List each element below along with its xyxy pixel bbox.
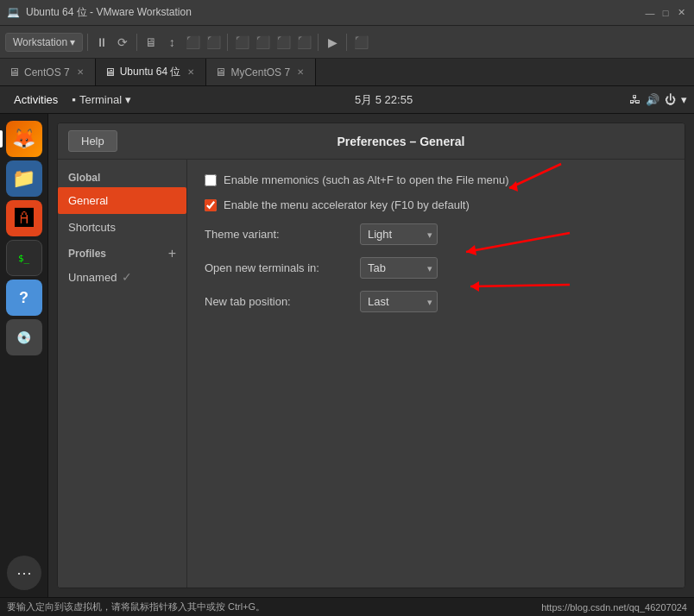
tab-centos7-label: CentOS 7 bbox=[24, 66, 70, 79]
minimize-button[interactable]: — bbox=[644, 7, 656, 19]
dock: 🦊 📁 🅰 $_ ? 💿 ⋯ bbox=[0, 114, 48, 597]
workstation-label: Workstation bbox=[13, 36, 67, 48]
volume-icon[interactable]: 🔊 bbox=[646, 93, 659, 106]
toolbar-separator-3 bbox=[227, 34, 228, 51]
terminal-label: Terminal bbox=[79, 93, 122, 106]
checkbox-mnemonics-label: Enable mnemonics (such as Alt+F to open … bbox=[224, 173, 509, 186]
profiles-section-header: Profiles + bbox=[58, 241, 186, 265]
tab-bar: 🖥 CentOS 7 ✕ 🖥 Ubuntu 64 位 ✕ 🖥 MyCentOS … bbox=[0, 59, 694, 86]
preferences-window: Help Preferences – General Global Genera… bbox=[57, 123, 685, 588]
open-terminals-select-wrapper: Tab Window bbox=[360, 257, 438, 279]
network-icon[interactable]: 🖧 bbox=[629, 93, 640, 106]
dock-item-help[interactable]: ? bbox=[6, 280, 42, 316]
tab-centos7-close[interactable]: ✕ bbox=[74, 66, 86, 79]
new-tab-position-label: New tab position: bbox=[205, 295, 360, 308]
vmware-toolbar: Workstation ▾ ⏸ ⟳ 🖥 ↕ ⬛ ⬛ ⬛ ⬛ ⬛ ⬛ ▶ ⬛ bbox=[0, 26, 694, 59]
terminal-dropdown-arrow: ▾ bbox=[125, 93, 131, 106]
preferences-sidebar: Global General Shortcuts Profiles + Unna… bbox=[58, 160, 187, 588]
tab-ubuntu64[interactable]: 🖥 Ubuntu 64 位 ✕ bbox=[96, 59, 207, 85]
ubuntu-area: Activities ▪ Terminal ▾ 5月 5 22:55 🖧 🔊 ⏻… bbox=[0, 86, 694, 597]
theme-variant-select[interactable]: Light Dark System bbox=[360, 223, 438, 245]
profiles-add-button[interactable]: + bbox=[168, 246, 176, 261]
open-terminals-row: Open new terminals in: Tab Window bbox=[205, 257, 667, 279]
toolbar-icon-6[interactable]: ⬛ bbox=[232, 33, 251, 52]
nav-item-shortcuts[interactable]: Shortcuts bbox=[58, 214, 186, 241]
preferences-title: Preferences – General bbox=[128, 135, 674, 148]
tab-ubuntu64-close[interactable]: ✕ bbox=[185, 66, 197, 79]
dock-apps-button[interactable]: ⋯ bbox=[7, 556, 41, 590]
window-title: Ubuntu 64 位 - VMware Workstation bbox=[26, 5, 644, 20]
profile-item-unnamed[interactable]: Unnamed ✓ bbox=[58, 265, 186, 289]
toolbar-icon-5[interactable]: ⬛ bbox=[204, 33, 223, 52]
topbar-dropdown-arrow[interactable]: ▾ bbox=[681, 93, 687, 106]
theme-variant-select-wrapper: Light Dark System bbox=[360, 223, 438, 245]
status-right-text: https://blog.csdn.net/qq_46207024 bbox=[541, 602, 687, 613]
toolbar-separator-5 bbox=[346, 34, 347, 51]
toolbar-terminal-icon[interactable]: ▶ bbox=[323, 33, 342, 52]
terminal-icon: ▪ bbox=[72, 93, 76, 106]
topbar-right-icons: 🖧 🔊 ⏻ ▾ bbox=[629, 93, 687, 106]
main-content: 🦊 📁 🅰 $_ ? 💿 ⋯ Help Preferences – Genera… bbox=[0, 114, 694, 597]
profiles-section-title: Profiles bbox=[68, 248, 106, 260]
preferences-header: Help Preferences – General bbox=[58, 123, 685, 160]
new-tab-position-row: New tab position: Last First bbox=[205, 291, 667, 312]
toolbar-icon-10[interactable]: ⬛ bbox=[351, 33, 370, 52]
dock-item-files[interactable]: 📁 bbox=[6, 160, 42, 197]
toolbar-icon-9[interactable]: ⬛ bbox=[294, 33, 313, 52]
toolbar-icon-8[interactable]: ⬛ bbox=[274, 33, 293, 52]
checkbox-mnemonics[interactable] bbox=[205, 174, 217, 186]
terminal-menu[interactable]: ▪ Terminal ▾ bbox=[65, 93, 138, 106]
tab-mycentos7[interactable]: 🖥 MyCentOS 7 ✕ bbox=[206, 59, 316, 85]
toolbar-icon-2[interactable]: 🖥 bbox=[142, 33, 161, 52]
open-terminals-label: Open new terminals in: bbox=[205, 261, 360, 274]
svg-marker-3 bbox=[466, 245, 476, 255]
toolbar-separator-4 bbox=[318, 34, 319, 51]
dock-item-firefox[interactable]: 🦊 bbox=[6, 121, 42, 157]
new-tab-position-select-wrapper: Last First bbox=[360, 291, 438, 312]
title-bar: 💻 Ubuntu 64 位 - VMware Workstation — □ ✕ bbox=[0, 0, 694, 26]
checkbox-accelerator-row: Enable the menu accelerator key (F10 by … bbox=[205, 198, 667, 211]
profile-check-icon: ✓ bbox=[122, 270, 132, 284]
workstation-menu[interactable]: Workstation ▾ bbox=[5, 33, 83, 52]
preferences-body: Global General Shortcuts Profiles + Unna… bbox=[58, 160, 685, 588]
ubuntu-topbar: Activities ▪ Terminal ▾ 5月 5 22:55 🖧 🔊 ⏻… bbox=[0, 86, 694, 114]
toolbar-separator-2 bbox=[136, 34, 137, 51]
tab-mycentos7-close[interactable]: ✕ bbox=[294, 66, 306, 79]
svg-line-4 bbox=[470, 285, 570, 286]
dock-item-terminal[interactable]: $_ bbox=[6, 240, 42, 276]
tab-ubuntu64-icon: 🖥 bbox=[104, 66, 116, 79]
tab-centos7[interactable]: 🖥 CentOS 7 ✕ bbox=[0, 59, 96, 85]
theme-variant-row: Theme variant: Light Dark System bbox=[205, 223, 667, 245]
status-left-text: 要输入定向到该虚拟机，请将鼠标指针移入其中或按 Ctrl+G。 bbox=[7, 600, 265, 613]
open-terminals-select[interactable]: Tab Window bbox=[360, 257, 438, 279]
new-tab-position-select[interactable]: Last First bbox=[360, 291, 438, 312]
workstation-dropdown-arrow: ▾ bbox=[70, 36, 75, 48]
nav-item-general[interactable]: General bbox=[58, 187, 186, 214]
pause-button[interactable]: ⏸ bbox=[92, 33, 111, 52]
theme-variant-label: Theme variant: bbox=[205, 228, 360, 241]
tab-mycentos7-icon: 🖥 bbox=[215, 66, 226, 79]
window-controls: — □ ✕ bbox=[644, 7, 687, 19]
power-icon[interactable]: ⏻ bbox=[665, 93, 676, 106]
tab-ubuntu64-label: Ubuntu 64 位 bbox=[120, 65, 181, 79]
toolbar-icon-1[interactable]: ⟳ bbox=[113, 33, 132, 52]
profile-unnamed-label: Unnamed bbox=[68, 271, 117, 284]
status-bar: 要输入定向到该虚拟机，请将鼠标指针移入其中或按 Ctrl+G。 https://… bbox=[0, 597, 694, 616]
dock-item-dvd[interactable]: 💿 bbox=[6, 319, 42, 355]
datetime-display: 5月 5 22:55 bbox=[138, 92, 629, 108]
checkbox-mnemonics-row: Enable mnemonics (such as Alt+F to open … bbox=[205, 173, 667, 186]
dock-item-software[interactable]: 🅰 bbox=[6, 200, 42, 236]
app-icon: 💻 bbox=[7, 6, 21, 20]
tab-mycentos7-label: MyCentOS 7 bbox=[230, 66, 290, 79]
help-button[interactable]: Help bbox=[68, 130, 117, 152]
toolbar-icon-4[interactable]: ⬛ bbox=[183, 33, 202, 52]
activities-button[interactable]: Activities bbox=[7, 93, 65, 106]
checkbox-accelerator-label: Enable the menu accelerator key (F10 by … bbox=[224, 198, 470, 211]
checkbox-accelerator[interactable] bbox=[205, 199, 217, 211]
preferences-main: Enable mnemonics (such as Alt+F to open … bbox=[187, 160, 685, 588]
toolbar-icon-7[interactable]: ⬛ bbox=[253, 33, 272, 52]
maximize-button[interactable]: □ bbox=[659, 7, 672, 19]
toolbar-icon-3[interactable]: ↕ bbox=[162, 33, 181, 52]
close-button[interactable]: ✕ bbox=[675, 7, 687, 19]
global-section-title: Global bbox=[58, 167, 186, 187]
